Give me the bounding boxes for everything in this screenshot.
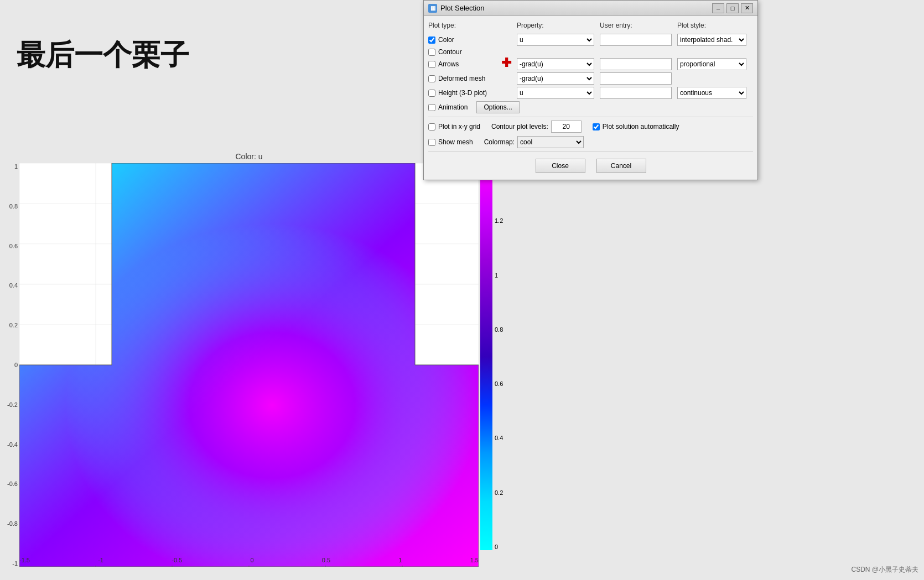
plot-title: Color: u xyxy=(19,152,479,161)
color-plot-style-select[interactable]: interpolated shad. xyxy=(677,34,746,46)
dialog-maximize-button[interactable]: □ xyxy=(726,3,739,13)
plot-xy-grid-checkbox[interactable] xyxy=(428,123,435,130)
dialog-close-button[interactable]: ✕ xyxy=(741,3,753,13)
color-checkbox[interactable] xyxy=(428,36,435,44)
x-label-1: 1 xyxy=(398,557,402,563)
y-label-n04: -0.4 xyxy=(7,441,18,448)
row-height-3d: Height (3-D plot) u continuous xyxy=(428,87,753,99)
y-axis-labels: 1 0.8 0.6 0.4 0.2 0 -0.2 -0.4 -0.6 -0.8 … xyxy=(0,163,19,567)
x-label-n05: -0.5 xyxy=(172,557,182,563)
contour-checkbox[interactable] xyxy=(428,49,435,56)
dialog-column-headers: Plot type: Property: User entry: Plot st… xyxy=(428,20,753,30)
dialog-divider-2 xyxy=(428,151,753,152)
row-deformed-mesh: Deformed mesh -grad(u) xyxy=(428,72,753,85)
watermark: CSDN @小黑子史蒂夫 xyxy=(851,565,918,574)
color-user-entry[interactable] xyxy=(600,34,672,46)
arrows-checkbox[interactable] xyxy=(428,61,435,68)
row-color: Color u interpolated shad. xyxy=(428,34,753,46)
cb-label-1: 1 xyxy=(495,272,503,279)
y-label-1: 1 xyxy=(14,163,18,170)
contour-label[interactable]: Contour xyxy=(428,48,517,56)
cb-label-02: 0.2 xyxy=(495,489,503,496)
colorbar-tick-labels: 1.4 1.2 1 0.8 0.6 0.4 0.2 0 xyxy=(495,163,503,550)
dialog-body: Plot type: Property: User entry: Plot st… xyxy=(424,16,757,180)
contour-levels-container: Contour plot levels: xyxy=(491,121,582,133)
arrows-property-select[interactable]: -grad(u) xyxy=(517,58,594,70)
contour-levels-label: Contour plot levels: xyxy=(491,123,548,130)
height-3d-property-select[interactable]: u xyxy=(517,87,594,99)
dialog-action-buttons: Close Cancel xyxy=(428,155,753,175)
deformed-mesh-user-entry[interactable] xyxy=(600,72,672,85)
chinese-heading: 最后一个栗子 xyxy=(17,36,189,75)
contour-levels-input[interactable] xyxy=(551,121,582,133)
row-arrows: Arrows -grad(u) ✚ proportional xyxy=(428,58,753,70)
height-3d-label[interactable]: Height (3-D plot) xyxy=(428,89,517,97)
colormap-select[interactable]: cool hot jet gray xyxy=(517,136,584,148)
dialog-title-left: ▦ Plot Selection xyxy=(428,4,485,13)
height-3d-plot-style-select[interactable]: continuous xyxy=(677,87,746,99)
animation-label[interactable]: Animation xyxy=(428,103,468,111)
y-label-n08: -0.8 xyxy=(7,520,18,527)
show-mesh-label[interactable]: Show mesh xyxy=(428,138,473,146)
y-label-n06: -0.6 xyxy=(7,480,18,487)
x-label-05: 0.5 xyxy=(322,557,330,563)
y-label-n1: -1 xyxy=(12,560,18,567)
height-3d-checkbox[interactable] xyxy=(428,90,435,97)
close-button[interactable]: Close xyxy=(536,159,585,173)
plot-solution-auto-label[interactable]: Plot solution automatically xyxy=(593,123,679,130)
deformed-mesh-property-select[interactable]: -grad(u) xyxy=(517,72,594,85)
red-plus-icon: ✚ xyxy=(501,56,511,70)
plot-area: Color: u 1 0.8 0.6 0.4 0.2 0 -0.2 -0.4 -… xyxy=(0,152,531,580)
height-3d-user-entry[interactable] xyxy=(600,87,672,99)
x-axis-labels: -1.5 -1 -0.5 0 0.5 1 1.5 xyxy=(19,557,479,563)
dialog-title-text: Plot Selection xyxy=(440,4,485,12)
x-label-n1: -1 xyxy=(98,557,103,563)
deformed-mesh-checkbox[interactable] xyxy=(428,75,435,82)
cb-label-08: 0.8 xyxy=(495,326,503,333)
y-label-06: 0.6 xyxy=(9,243,18,249)
y-label-0: 0 xyxy=(14,362,18,368)
cb-label-04: 0.4 xyxy=(495,435,503,441)
cb-label-0: 0 xyxy=(495,544,503,550)
cancel-button[interactable]: Cancel xyxy=(596,159,646,173)
color-label[interactable]: Color xyxy=(428,36,517,44)
color-text: Color xyxy=(438,36,454,44)
dialog-controls[interactable]: – □ ✕ xyxy=(712,3,753,13)
colormap-container: Colormap: cool hot jet gray xyxy=(484,136,584,148)
height-3d-text: Height (3-D plot) xyxy=(438,89,487,97)
dialog-titlebar: ▦ Plot Selection – □ ✕ xyxy=(424,1,757,16)
dialog-minimize-button[interactable]: – xyxy=(712,3,724,13)
animation-text: Animation xyxy=(438,103,468,111)
bottom-row-1: Plot in x-y grid Contour plot levels: Pl… xyxy=(428,121,753,133)
show-mesh-checkbox[interactable] xyxy=(428,139,435,146)
y-label-04: 0.4 xyxy=(9,282,18,289)
dialog-divider xyxy=(428,117,753,117)
plot-xy-grid-label[interactable]: Plot in x-y grid xyxy=(428,123,480,130)
row-animation: Animation Options... xyxy=(428,101,753,113)
col-property: Property: xyxy=(517,22,600,29)
color-property-select[interactable]: u xyxy=(517,34,594,46)
y-label-08: 0.8 xyxy=(9,203,18,210)
show-mesh-text: Show mesh xyxy=(438,138,473,146)
colormap-label: Colormap: xyxy=(484,138,515,146)
deformed-mesh-label[interactable]: Deformed mesh xyxy=(428,75,517,82)
plot-solution-auto-checkbox[interactable] xyxy=(593,123,600,130)
plot-canvas xyxy=(19,163,479,567)
x-label-0: 0 xyxy=(250,557,253,563)
plot-solution-auto-text: Plot solution automatically xyxy=(603,123,679,130)
colorbar-gradient xyxy=(480,163,492,550)
animation-checkbox[interactable] xyxy=(428,104,435,111)
y-label-02: 0.2 xyxy=(9,322,18,328)
x-label-n15: -1.5 xyxy=(19,557,30,563)
col-plot-type: Plot type: xyxy=(428,22,517,29)
col-plot-style: Plot style: xyxy=(677,22,749,29)
y-label-n02: -0.2 xyxy=(7,401,18,408)
row-contour: Contour xyxy=(428,48,753,56)
deformed-mesh-text: Deformed mesh xyxy=(438,75,485,82)
arrows-plot-style-select[interactable]: proportional xyxy=(677,58,746,70)
arrows-user-entry[interactable] xyxy=(600,58,672,70)
dialog-title-icon: ▦ xyxy=(428,4,437,13)
options-button[interactable]: Options... xyxy=(476,101,519,113)
x-label-15: 1.5 xyxy=(470,557,479,563)
cb-label-12: 1.2 xyxy=(495,217,503,224)
